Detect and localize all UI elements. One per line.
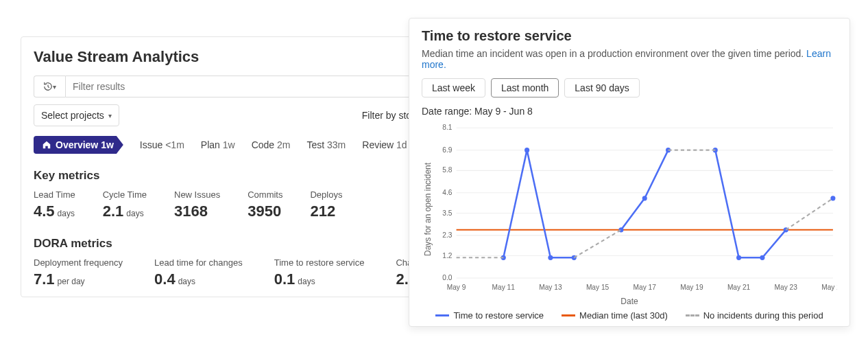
svg-text:May 15: May 15 xyxy=(586,284,610,291)
svg-text:8.1: 8.1 xyxy=(442,124,452,131)
legend-median: Median time (last 30d) xyxy=(562,310,668,321)
segment-last-90-days[interactable]: Last 90 days xyxy=(564,78,639,97)
svg-text:4.6: 4.6 xyxy=(442,189,452,196)
tab-test[interactable]: Test 33m xyxy=(306,139,346,150)
svg-point-34 xyxy=(642,196,647,200)
chart-legend: Time to restore service Median time (las… xyxy=(422,310,837,321)
tab-review[interactable]: Review 1d xyxy=(362,139,407,150)
legend-none: No incidents during this period xyxy=(686,310,823,321)
tab-issue[interactable]: Issue <1m xyxy=(140,139,184,150)
metric-deployment-frequency: Deployment frequency7.1per day xyxy=(34,257,123,288)
dora-metrics-row: Deployment frequency7.1per dayLead time … xyxy=(34,257,453,288)
svg-text:May 17: May 17 xyxy=(634,284,657,291)
tab-overview[interactable]: Overview 1w xyxy=(34,136,123,154)
metric-lead-time-for-changes: Lead time for changes0.4days xyxy=(154,257,243,288)
history-icon xyxy=(43,82,53,91)
svg-text:May 9: May 9 xyxy=(447,284,466,291)
date-range-segments: Last weekLast monthLast 90 days xyxy=(422,78,837,97)
home-icon xyxy=(42,140,51,150)
svg-text:1.2: 1.2 xyxy=(442,252,452,260)
history-button[interactable]: ▾ xyxy=(34,76,65,97)
metric-deploys: Deploys212 xyxy=(310,189,342,220)
y-axis-label: Days for an open incident xyxy=(422,124,433,295)
svg-text:0.0: 0.0 xyxy=(442,274,452,281)
svg-point-31 xyxy=(548,255,553,260)
svg-point-40 xyxy=(830,196,835,200)
chevron-down-icon: ▾ xyxy=(53,83,56,91)
date-range-label: Date range: May 9 - Jun 8 xyxy=(422,106,837,117)
svg-text:May 13: May 13 xyxy=(539,284,562,291)
metric-cycle-time: Cycle Time2.1days xyxy=(103,189,147,220)
chevron-down-icon: ▾ xyxy=(108,112,112,119)
metric-commits: Commits3950 xyxy=(248,189,282,220)
page-title: Value Stream Analytics xyxy=(34,48,453,66)
legend-series: Time to restore service xyxy=(435,310,544,321)
segment-last-week[interactable]: Last week xyxy=(422,78,485,97)
svg-text:May 25: May 25 xyxy=(821,284,837,291)
svg-text:5.8: 5.8 xyxy=(442,166,452,174)
select-projects-button[interactable]: Select projects ▾ xyxy=(34,104,119,126)
filter-input[interactable] xyxy=(65,76,453,97)
tab-plan[interactable]: Plan 1w xyxy=(201,139,235,150)
metric-lead-time: Lead Time4.5days xyxy=(34,189,75,220)
dora-metrics-header: DORA metrics xyxy=(34,237,453,251)
svg-line-42 xyxy=(574,230,621,258)
svg-point-38 xyxy=(760,255,764,260)
chart-description: Median time an incident was open in a pr… xyxy=(422,48,837,70)
x-axis-label: Date xyxy=(422,297,837,306)
time-to-restore-panel: Time to restore service Median time an i… xyxy=(409,18,850,327)
value-stream-analytics-panel: Value Stream Analytics ▾ Select projects… xyxy=(21,36,466,297)
key-metrics-header: Key metrics xyxy=(34,169,453,183)
svg-text:May 21: May 21 xyxy=(727,284,751,291)
svg-text:May 11: May 11 xyxy=(492,284,516,291)
chart-area: 0.01.22.33.54.65.86.98.1May 9May 11May 1… xyxy=(433,124,837,295)
key-metrics-row: Lead Time4.5daysCycle Time2.1daysNew Iss… xyxy=(34,189,453,220)
svg-text:2.3: 2.3 xyxy=(442,231,452,239)
svg-point-37 xyxy=(736,255,741,260)
svg-text:3.5: 3.5 xyxy=(442,209,452,216)
svg-text:May 19: May 19 xyxy=(680,284,703,291)
svg-text:6.9: 6.9 xyxy=(442,146,452,154)
metric-time-to-restore-service: Time to restore service0.1days xyxy=(274,257,365,288)
svg-line-44 xyxy=(786,198,833,230)
tab-code[interactable]: Code 2m xyxy=(252,139,291,150)
metric-new-issues: New Issues3168 xyxy=(174,189,220,220)
chart-title: Time to restore service xyxy=(422,28,837,44)
select-projects-label: Select projects xyxy=(41,110,104,121)
svg-point-30 xyxy=(525,148,529,152)
filter-bar: ▾ xyxy=(34,76,453,97)
svg-text:May 23: May 23 xyxy=(775,284,798,291)
stage-tabs: Overview 1wIssue <1mPlan 1wCode 2mTest 3… xyxy=(34,136,453,154)
segment-last-month[interactable]: Last month xyxy=(491,78,559,97)
